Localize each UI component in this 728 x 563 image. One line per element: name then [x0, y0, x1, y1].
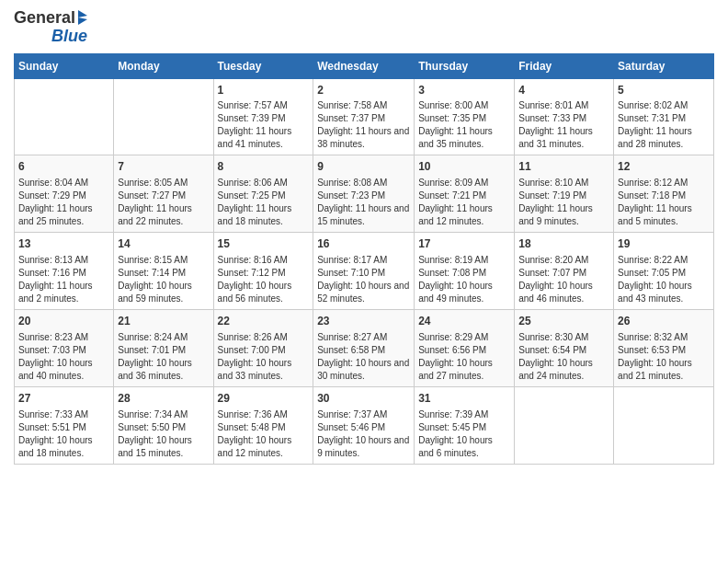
day-info: Sunrise: 7:58 AM	[317, 99, 410, 112]
calendar-cell: 3Sunrise: 8:00 AMSunset: 7:35 PMDaylight…	[415, 78, 515, 155]
day-info: Daylight: 10 hours and 18 minutes.	[18, 434, 109, 460]
day-info: Sunrise: 8:26 AM	[218, 331, 310, 344]
day-info: Sunset: 6:56 PM	[418, 344, 510, 357]
day-info: Daylight: 11 hours and 12 minutes.	[418, 202, 510, 228]
day-number: 21	[118, 314, 209, 329]
day-info: Daylight: 11 hours and 35 minutes.	[418, 125, 510, 151]
day-number: 7	[118, 159, 209, 175]
day-number: 22	[218, 314, 310, 329]
calendar-cell: 20Sunrise: 8:23 AMSunset: 7:03 PMDayligh…	[15, 309, 114, 386]
calendar-cell: 29Sunrise: 7:36 AMSunset: 5:48 PMDayligh…	[213, 386, 313, 464]
day-number: 25	[518, 314, 609, 329]
day-info: Sunset: 7:33 PM	[518, 112, 609, 125]
day-number: 1	[218, 83, 310, 98]
day-info: Daylight: 11 hours and 25 minutes.	[18, 202, 109, 228]
calendar-cell	[114, 78, 213, 155]
day-info: Sunset: 5:50 PM	[118, 421, 209, 434]
day-number: 5	[618, 83, 710, 98]
day-info: Sunrise: 8:17 AM	[317, 254, 410, 267]
day-number: 3	[418, 83, 510, 98]
day-info: Daylight: 10 hours and 40 minutes.	[18, 357, 109, 383]
day-info: Sunrise: 8:15 AM	[118, 254, 209, 267]
day-info: Sunrise: 8:08 AM	[317, 177, 410, 190]
day-number: 31	[418, 391, 510, 407]
day-info: Sunrise: 8:10 AM	[518, 177, 609, 190]
calendar-cell	[15, 78, 114, 155]
day-info: Sunrise: 8:22 AM	[618, 254, 710, 267]
day-info: Sunset: 7:08 PM	[418, 267, 510, 280]
day-number: 24	[418, 314, 510, 329]
day-info: Sunset: 7:37 PM	[317, 112, 410, 125]
day-info: Sunrise: 8:32 AM	[618, 331, 710, 344]
calendar-cell: 1Sunrise: 7:57 AMSunset: 7:39 PMDaylight…	[213, 78, 313, 155]
day-info: Sunset: 7:12 PM	[218, 267, 310, 280]
logo-blue: Blue	[51, 28, 87, 46]
day-info: Daylight: 10 hours and 21 minutes.	[618, 357, 710, 383]
day-info: Sunset: 6:53 PM	[618, 344, 710, 357]
day-info: Daylight: 10 hours and 33 minutes.	[218, 357, 310, 383]
calendar-cell: 22Sunrise: 8:26 AMSunset: 7:00 PMDayligh…	[213, 309, 313, 386]
calendar-cell: 25Sunrise: 8:30 AMSunset: 6:54 PMDayligh…	[515, 309, 614, 386]
day-info: Sunset: 7:16 PM	[18, 267, 109, 280]
day-info: Sunrise: 8:04 AM	[18, 177, 109, 190]
calendar-cell: 17Sunrise: 8:19 AMSunset: 7:08 PMDayligh…	[415, 233, 515, 310]
day-number: 18	[518, 236, 609, 252]
logo-general: General	[14, 9, 75, 28]
calendar-cell: 30Sunrise: 7:37 AMSunset: 5:46 PMDayligh…	[313, 386, 415, 464]
day-number: 23	[317, 314, 410, 329]
day-number: 2	[317, 83, 410, 98]
day-number: 8	[218, 159, 310, 175]
day-info: Sunset: 6:58 PM	[317, 344, 410, 357]
day-info: Sunset: 7:23 PM	[317, 190, 410, 202]
day-number: 17	[418, 236, 510, 252]
day-info: Sunset: 7:00 PM	[218, 344, 310, 357]
calendar-cell: 6Sunrise: 8:04 AMSunset: 7:29 PMDaylight…	[15, 155, 114, 233]
day-info: Sunset: 7:14 PM	[118, 267, 209, 280]
day-number: 29	[218, 391, 310, 407]
day-header-thursday: Thursday	[415, 53, 515, 78]
day-number: 30	[317, 391, 410, 407]
calendar-cell: 11Sunrise: 8:10 AMSunset: 7:19 PMDayligh…	[515, 155, 614, 233]
day-number: 16	[317, 236, 410, 252]
day-info: Daylight: 10 hours and 36 minutes.	[118, 357, 209, 383]
day-info: Daylight: 10 hours and 46 minutes.	[518, 280, 609, 305]
day-info: Sunrise: 8:12 AM	[618, 177, 710, 190]
calendar-table: SundayMondayTuesdayWednesdayThursdayFrid…	[14, 53, 714, 465]
day-number: 11	[518, 159, 609, 175]
day-info: Sunset: 7:05 PM	[618, 267, 710, 280]
day-info: Daylight: 11 hours and 28 minutes.	[618, 125, 710, 151]
day-info: Daylight: 10 hours and 27 minutes.	[418, 357, 510, 383]
day-info: Sunset: 7:39 PM	[218, 112, 310, 125]
day-info: Sunset: 7:10 PM	[317, 267, 410, 280]
calendar-cell: 8Sunrise: 8:06 AMSunset: 7:25 PMDaylight…	[213, 155, 313, 233]
calendar-cell: 13Sunrise: 8:13 AMSunset: 7:16 PMDayligh…	[15, 233, 114, 310]
day-info: Sunrise: 7:36 AM	[218, 408, 310, 421]
day-info: Daylight: 11 hours and 5 minutes.	[618, 202, 710, 228]
calendar-cell: 2Sunrise: 7:58 AMSunset: 7:37 PMDaylight…	[313, 78, 415, 155]
calendar-cell: 26Sunrise: 8:32 AMSunset: 6:53 PMDayligh…	[614, 309, 714, 386]
calendar-cell: 24Sunrise: 8:29 AMSunset: 6:56 PMDayligh…	[415, 309, 515, 386]
day-info: Sunrise: 8:29 AM	[418, 331, 510, 344]
calendar-cell: 21Sunrise: 8:24 AMSunset: 7:01 PMDayligh…	[114, 309, 213, 386]
day-header-wednesday: Wednesday	[313, 53, 415, 78]
calendar-cell: 28Sunrise: 7:34 AMSunset: 5:50 PMDayligh…	[114, 386, 213, 464]
day-info: Daylight: 10 hours and 43 minutes.	[618, 280, 710, 305]
calendar-cell	[614, 386, 714, 464]
day-info: Sunrise: 8:09 AM	[418, 177, 510, 190]
day-number: 19	[618, 236, 710, 252]
day-info: Sunset: 7:18 PM	[618, 190, 710, 202]
calendar-cell: 23Sunrise: 8:27 AMSunset: 6:58 PMDayligh…	[313, 309, 415, 386]
day-info: Sunrise: 7:37 AM	[317, 408, 410, 421]
day-info: Daylight: 10 hours and 12 minutes.	[218, 434, 310, 460]
day-info: Daylight: 11 hours and 38 minutes.	[317, 125, 410, 151]
day-info: Sunset: 7:29 PM	[18, 190, 109, 202]
day-number: 9	[317, 159, 410, 175]
calendar-cell: 4Sunrise: 8:01 AMSunset: 7:33 PMDaylight…	[515, 78, 614, 155]
calendar-cell: 9Sunrise: 8:08 AMSunset: 7:23 PMDaylight…	[313, 155, 415, 233]
page-header: General Blue	[14, 9, 714, 46]
day-info: Sunset: 7:31 PM	[618, 112, 710, 125]
day-header-friday: Friday	[515, 53, 614, 78]
day-info: Daylight: 11 hours and 2 minutes.	[18, 280, 109, 305]
day-number: 28	[118, 391, 209, 407]
day-info: Sunset: 5:46 PM	[317, 421, 410, 434]
